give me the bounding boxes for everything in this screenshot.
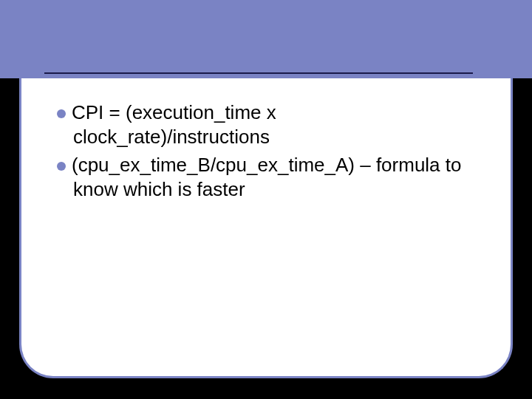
content-card: CPI = (execution_time x clock_rate)/inst…	[19, 78, 513, 378]
bullet-item: CPI = (execution_time x clock_rate)/inst…	[57, 100, 475, 149]
bullet-icon	[57, 109, 66, 118]
bullet-icon	[57, 162, 66, 171]
bullet-item: (cpu_ex_time_B/cpu_ex_time_A) – formula …	[57, 153, 475, 201]
content-area: CPI = (execution_time x clock_rate)/inst…	[57, 100, 475, 205]
slide: CPI = (execution_time x clock_rate)/inst…	[0, 0, 532, 399]
header-underline	[44, 72, 473, 74]
bullet-text: (cpu_ex_time_B/cpu_ex_time_A) – formula …	[72, 154, 462, 200]
bullet-text: CPI = (execution_time x clock_rate)/inst…	[72, 101, 276, 148]
header-bar	[0, 0, 532, 78]
